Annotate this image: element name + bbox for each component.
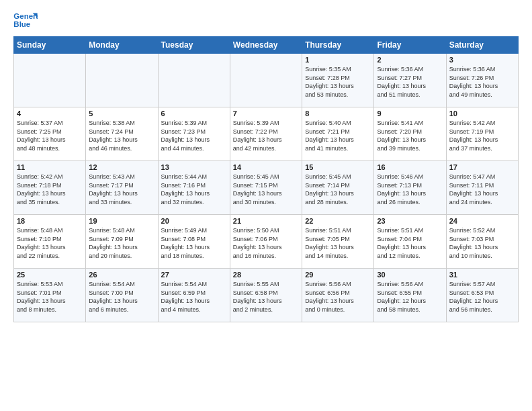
day-cell: 24Sunrise: 5:52 AM Sunset: 7:03 PM Dayli… [446, 215, 518, 269]
day-info: Sunrise: 5:52 AM Sunset: 7:03 PM Dayligh… [449, 226, 515, 260]
header: General Blue [13, 11, 519, 31]
day-number: 3 [449, 56, 515, 64]
day-info: Sunrise: 5:39 AM Sunset: 7:22 PM Dayligh… [233, 119, 299, 152]
day-info: Sunrise: 5:45 AM Sunset: 7:14 PM Dayligh… [305, 173, 371, 206]
day-info: Sunrise: 5:36 AM Sunset: 7:26 PM Dayligh… [449, 65, 515, 99]
day-number: 26 [89, 271, 154, 279]
day-number: 22 [305, 217, 371, 225]
day-number: 31 [449, 271, 515, 279]
day-cell: 14Sunrise: 5:45 AM Sunset: 7:15 PM Dayli… [230, 161, 302, 215]
day-number: 11 [17, 163, 83, 171]
day-number: 18 [17, 217, 83, 225]
day-number: 8 [305, 109, 371, 118]
day-number: 19 [89, 217, 154, 225]
day-info: Sunrise: 5:55 AM Sunset: 6:58 PM Dayligh… [233, 280, 299, 314]
day-number: 15 [305, 163, 371, 171]
day-cell [86, 54, 158, 107]
day-number: 28 [233, 271, 299, 279]
header-friday: Friday [374, 37, 446, 54]
day-info: Sunrise: 5:43 AM Sunset: 7:17 PM Dayligh… [89, 173, 154, 206]
day-info: Sunrise: 5:56 AM Sunset: 6:55 PM Dayligh… [377, 280, 443, 314]
day-cell: 11Sunrise: 5:42 AM Sunset: 7:18 PM Dayli… [14, 161, 86, 215]
day-info: Sunrise: 5:54 AM Sunset: 6:59 PM Dayligh… [161, 280, 227, 314]
day-cell: 29Sunrise: 5:56 AM Sunset: 6:56 PM Dayli… [302, 269, 374, 322]
day-cell: 26Sunrise: 5:54 AM Sunset: 7:00 PM Dayli… [86, 269, 158, 322]
day-cell: 22Sunrise: 5:51 AM Sunset: 7:05 PM Dayli… [302, 215, 374, 269]
day-cell: 23Sunrise: 5:51 AM Sunset: 7:04 PM Dayli… [374, 215, 446, 269]
day-info: Sunrise: 5:49 AM Sunset: 7:08 PM Dayligh… [161, 226, 227, 260]
day-cell: 31Sunrise: 5:57 AM Sunset: 6:53 PM Dayli… [446, 269, 518, 322]
day-cell: 15Sunrise: 5:45 AM Sunset: 7:14 PM Dayli… [302, 161, 374, 215]
day-cell: 18Sunrise: 5:48 AM Sunset: 7:10 PM Dayli… [14, 215, 86, 269]
day-number: 4 [17, 109, 83, 118]
day-info: Sunrise: 5:51 AM Sunset: 7:04 PM Dayligh… [377, 226, 443, 260]
header-wednesday: Wednesday [230, 37, 302, 54]
day-cell [230, 54, 302, 107]
day-cell: 28Sunrise: 5:55 AM Sunset: 6:58 PM Dayli… [230, 269, 302, 322]
day-header-row: SundayMondayTuesdayWednesdayThursdayFrid… [14, 37, 519, 54]
week-row-5: 25Sunrise: 5:53 AM Sunset: 7:01 PM Dayli… [14, 269, 519, 322]
week-row-4: 18Sunrise: 5:48 AM Sunset: 7:10 PM Dayli… [14, 215, 519, 269]
day-number: 12 [89, 163, 154, 171]
day-cell: 12Sunrise: 5:43 AM Sunset: 7:17 PM Dayli… [86, 161, 158, 215]
day-number: 25 [17, 271, 83, 279]
day-info: Sunrise: 5:45 AM Sunset: 7:15 PM Dayligh… [233, 173, 299, 206]
week-row-1: 1Sunrise: 5:35 AM Sunset: 7:28 PM Daylig… [14, 54, 519, 107]
day-cell: 1Sunrise: 5:35 AM Sunset: 7:28 PM Daylig… [302, 54, 374, 107]
day-number: 27 [161, 271, 227, 279]
day-info: Sunrise: 5:48 AM Sunset: 7:09 PM Dayligh… [89, 226, 154, 260]
day-cell: 21Sunrise: 5:50 AM Sunset: 7:06 PM Dayli… [230, 215, 302, 269]
day-cell: 9Sunrise: 5:41 AM Sunset: 7:20 PM Daylig… [374, 107, 446, 161]
day-cell: 3Sunrise: 5:36 AM Sunset: 7:26 PM Daylig… [446, 54, 518, 107]
day-cell: 10Sunrise: 5:42 AM Sunset: 7:19 PM Dayli… [446, 107, 518, 161]
day-cell: 13Sunrise: 5:44 AM Sunset: 7:16 PM Dayli… [158, 161, 230, 215]
day-number: 29 [305, 271, 371, 279]
week-row-2: 4Sunrise: 5:37 AM Sunset: 7:25 PM Daylig… [14, 107, 519, 161]
header-saturday: Saturday [446, 37, 518, 54]
day-cell: 7Sunrise: 5:39 AM Sunset: 7:22 PM Daylig… [230, 107, 302, 161]
day-number: 24 [449, 217, 515, 225]
day-number: 23 [377, 217, 443, 225]
svg-text:Blue: Blue [13, 20, 30, 28]
day-info: Sunrise: 5:35 AM Sunset: 7:28 PM Dayligh… [305, 65, 371, 99]
day-number: 16 [377, 163, 443, 171]
header-sunday: Sunday [14, 37, 86, 54]
day-number: 20 [161, 217, 227, 225]
logo: General Blue [13, 11, 38, 31]
day-number: 10 [449, 109, 515, 118]
day-cell: 19Sunrise: 5:48 AM Sunset: 7:09 PM Dayli… [86, 215, 158, 269]
day-info: Sunrise: 5:51 AM Sunset: 7:05 PM Dayligh… [305, 226, 371, 260]
day-cell: 4Sunrise: 5:37 AM Sunset: 7:25 PM Daylig… [14, 107, 86, 161]
header-thursday: Thursday [302, 37, 374, 54]
day-number: 6 [161, 109, 227, 118]
day-cell [14, 54, 86, 107]
day-info: Sunrise: 5:46 AM Sunset: 7:13 PM Dayligh… [377, 173, 443, 206]
week-row-3: 11Sunrise: 5:42 AM Sunset: 7:18 PM Dayli… [14, 161, 519, 215]
day-info: Sunrise: 5:39 AM Sunset: 7:23 PM Dayligh… [161, 119, 227, 152]
day-number: 13 [161, 163, 227, 171]
calendar-table: SundayMondayTuesdayWednesdayThursdayFrid… [13, 36, 519, 322]
day-number: 17 [449, 163, 515, 171]
day-cell: 8Sunrise: 5:40 AM Sunset: 7:21 PM Daylig… [302, 107, 374, 161]
day-cell: 17Sunrise: 5:47 AM Sunset: 7:11 PM Dayli… [446, 161, 518, 215]
day-number: 14 [233, 163, 299, 171]
day-cell: 6Sunrise: 5:39 AM Sunset: 7:23 PM Daylig… [158, 107, 230, 161]
day-info: Sunrise: 5:47 AM Sunset: 7:11 PM Dayligh… [449, 173, 515, 206]
day-info: Sunrise: 5:42 AM Sunset: 7:19 PM Dayligh… [449, 119, 515, 152]
day-number: 5 [89, 109, 154, 118]
day-number: 7 [233, 109, 299, 118]
day-info: Sunrise: 5:37 AM Sunset: 7:25 PM Dayligh… [17, 119, 83, 152]
day-cell: 2Sunrise: 5:36 AM Sunset: 7:27 PM Daylig… [374, 54, 446, 107]
day-info: Sunrise: 5:40 AM Sunset: 7:21 PM Dayligh… [305, 119, 371, 152]
day-info: Sunrise: 5:41 AM Sunset: 7:20 PM Dayligh… [377, 119, 443, 152]
day-info: Sunrise: 5:48 AM Sunset: 7:10 PM Dayligh… [17, 226, 83, 260]
header-tuesday: Tuesday [158, 37, 230, 54]
day-number: 1 [305, 56, 371, 64]
day-cell [158, 54, 230, 107]
day-number: 2 [377, 56, 443, 64]
day-cell: 30Sunrise: 5:56 AM Sunset: 6:55 PM Dayli… [374, 269, 446, 322]
day-number: 21 [233, 217, 299, 225]
day-cell: 5Sunrise: 5:38 AM Sunset: 7:24 PM Daylig… [86, 107, 158, 161]
day-number: 9 [377, 109, 443, 118]
day-info: Sunrise: 5:53 AM Sunset: 7:01 PM Dayligh… [17, 280, 83, 314]
